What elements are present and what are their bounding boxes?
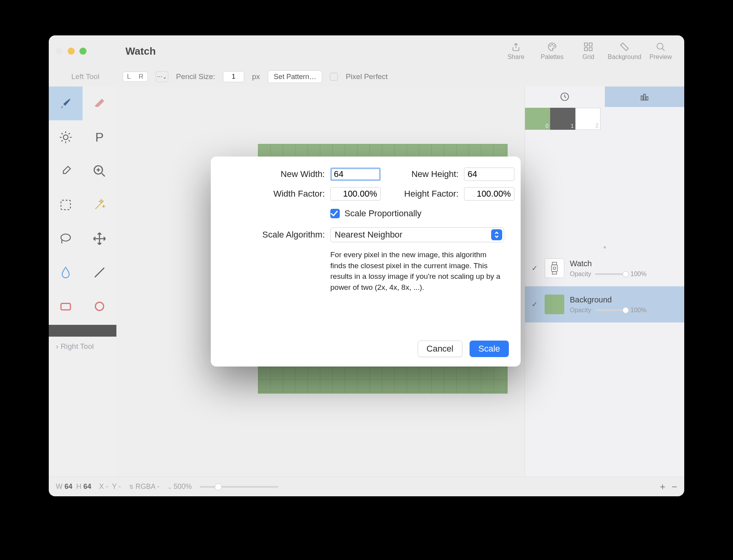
width-factor-input[interactable] [330,187,381,201]
cancel-button[interactable]: Cancel [418,341,462,357]
new-width-input[interactable] [330,168,381,181]
chevron-updown-icon [491,229,502,240]
scale-button[interactable]: Scale [470,341,509,357]
width-factor-label: Width Factor: [227,189,330,199]
height-factor-input[interactable] [464,187,514,201]
new-width-label: New Width: [227,169,330,179]
scale-dialog: New Width: New Height: Width Factor: Hei… [211,157,521,367]
new-height-input[interactable] [464,168,514,181]
algorithm-label: Scale Algorithm: [227,230,325,240]
height-factor-label: Height Factor: [385,189,464,199]
algorithm-select[interactable]: Nearest Neighbor [330,227,504,242]
scale-proportionally-checkbox[interactable] [330,209,340,218]
algorithm-value: Nearest Neighbor [335,230,402,240]
algorithm-description: For every pixel in the new image, this a… [330,249,504,293]
new-height-label: New Height: [385,169,464,179]
scale-proportionally-label: Scale Proportionally [344,208,422,219]
